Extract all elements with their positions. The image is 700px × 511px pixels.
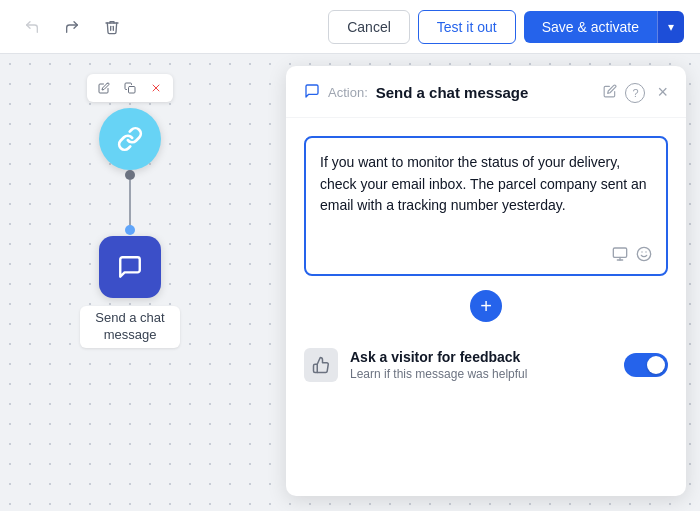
message-toolbar (320, 246, 652, 266)
panel-header: Action: Send a chat message ? × (286, 66, 686, 118)
undo-button[interactable] (16, 11, 48, 43)
node-edit-bar (87, 74, 173, 102)
feedback-toggle[interactable] (624, 353, 668, 377)
message-box[interactable]: If you want to monitor the status of you… (304, 136, 668, 276)
panel-edit-icon[interactable] (603, 84, 617, 101)
canvas: Send a chat message Action: Send a chat … (0, 54, 700, 511)
feedback-subtitle: Learn if this message was helpful (350, 367, 612, 381)
node-copy-button[interactable] (119, 77, 141, 99)
delete-button[interactable] (96, 11, 128, 43)
node-label: Send a chat message (80, 306, 180, 348)
flow-container: Send a chat message (80, 74, 180, 348)
save-dropdown-button[interactable]: ▾ (657, 11, 684, 43)
panel-body: If you want to monitor the status of you… (286, 118, 686, 496)
node-edit-button[interactable] (93, 77, 115, 99)
toolbar: Cancel Test it out Save & activate ▾ (0, 0, 700, 54)
panel-help-button[interactable]: ? (625, 83, 645, 103)
feedback-row: Ask a visitor for feedback Learn if this… (304, 336, 668, 386)
add-btn-row: + (304, 290, 668, 322)
file-attach-button[interactable] (612, 246, 628, 266)
panel-close-button[interactable]: × (657, 82, 668, 103)
dot-connector-top (125, 170, 135, 180)
connector-line (129, 180, 131, 230)
feedback-title: Ask a visitor for feedback (350, 349, 612, 365)
panel-header-icon (304, 83, 320, 103)
action-panel: Action: Send a chat message ? × If you w… (286, 66, 686, 496)
chat-node[interactable] (99, 236, 161, 298)
emoji-button[interactable] (636, 246, 652, 266)
svg-rect-3 (613, 248, 626, 257)
feedback-icon (304, 348, 338, 382)
cancel-button[interactable]: Cancel (328, 10, 410, 44)
redo-button[interactable] (56, 11, 88, 43)
panel-header-label: Action: (328, 85, 368, 100)
feedback-text: Ask a visitor for feedback Learn if this… (350, 349, 612, 381)
add-message-button[interactable]: + (470, 290, 502, 322)
node-close-button[interactable] (145, 77, 167, 99)
save-group: Save & activate ▾ (524, 11, 684, 43)
save-activate-button[interactable]: Save & activate (524, 11, 657, 43)
svg-point-6 (637, 247, 650, 260)
link-node[interactable] (99, 108, 161, 170)
svg-rect-0 (129, 87, 136, 94)
panel-header-title: Send a chat message (376, 84, 529, 101)
message-text: If you want to monitor the status of you… (320, 152, 652, 238)
connector-dot (125, 225, 135, 235)
test-button[interactable]: Test it out (418, 10, 516, 44)
